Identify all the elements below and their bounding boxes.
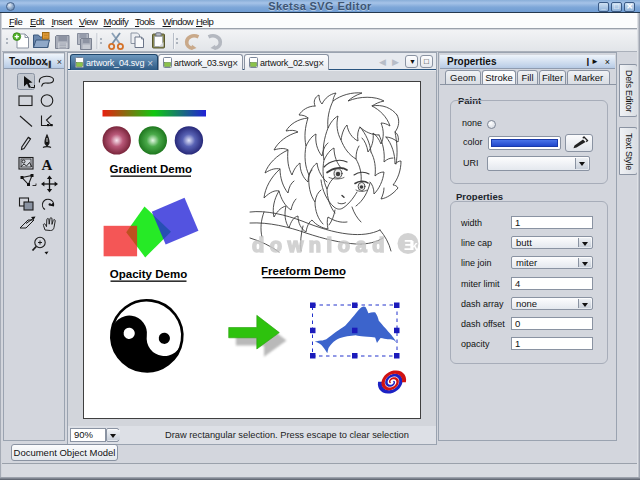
svg-text:download: download xyxy=(252,234,390,256)
svg-text:Opacity Demo: Opacity Demo xyxy=(110,268,187,280)
svg-text:A: A xyxy=(42,157,53,173)
svg-text:Gradient Demo: Gradient Demo xyxy=(109,163,191,175)
svg-text:Freeform Demo: Freeform Demo xyxy=(261,265,346,277)
svg-text:k: k xyxy=(411,239,418,253)
